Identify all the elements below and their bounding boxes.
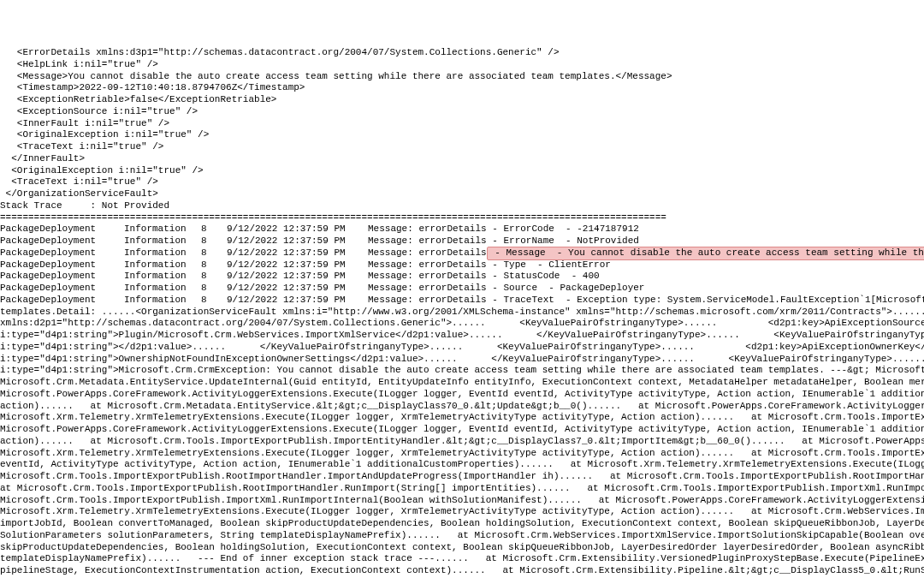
trace-line: Microsoft.PowerApps.CoreFramework.Activi… (0, 389, 924, 401)
log-line: PackageDeploymentInformation89/12/2022 1… (0, 235, 924, 247)
xml-line: <ErrorDetails xmlns:d3p1="http://schemas… (0, 47, 924, 59)
trace-line: i:type="d4p1:string">Plugin/Microsoft.Cr… (0, 330, 924, 342)
trace-line: Microsoft.Crm.Metadata.EntityService.Upd… (0, 377, 924, 389)
log-line: PackageDeploymentInformation89/12/2022 1… (0, 295, 924, 307)
xml-line: Stack Trace : Not Provided (0, 200, 924, 212)
xml-line: <TraceText i:nil="true" /> (0, 141, 924, 153)
xml-line: <Timestamp>2022-09-12T10:40:18.8794706Z<… (0, 82, 924, 94)
trace-line: templateDisplayNamePrefix)...... --- End… (0, 553, 924, 565)
xml-line: </OrganizationServiceFault> (0, 188, 924, 200)
xml-line: <HelpLink i:nil="true" /> (0, 59, 924, 71)
xml-line: <InnerFault i:nil="true" /> (0, 118, 924, 130)
trace-line: Microsoft.Crm.Tools.ImportExportPublish.… (0, 471, 924, 483)
trace-line: importJobId, Boolean convertToManaged, B… (0, 518, 924, 530)
trace-line: i:type="d4p1:string"></d2p1:value>......… (0, 342, 924, 354)
trace-line: Microsoft.PowerApps.CoreFramework.Activi… (0, 424, 924, 436)
trace-line: Microsoft.Crm.Tools.ImportExportPublish.… (0, 495, 924, 507)
trace-line: pipelineStage, ExecutionContextInstrumen… (0, 565, 924, 577)
trace-line: Microsoft.Xrm.Telemetry.XrmTelemetryExte… (0, 506, 924, 518)
trace-line: xmlns:d2p1="http://schemas.datacontract.… (0, 318, 924, 330)
trace-line: skipProductUpdateDependencies, Boolean h… (0, 542, 924, 554)
xml-line: <Message>You cannot disable the auto cre… (0, 71, 924, 83)
trace-line: Microsoft.Xrm.Telemetry.XrmTelemetryExte… (0, 412, 924, 424)
xml-line: <ExceptionSource i:nil="true" /> (0, 106, 924, 118)
xml-line: <ExceptionRetriable>false</ExceptionRetr… (0, 94, 924, 106)
trace-line: i:type="d4p1:string">Microsoft.Crm.CrmEx… (0, 365, 924, 377)
log-line: PackageDeploymentInformation89/12/2022 1… (0, 283, 924, 295)
error-highlight: - Message - You cannot disable the auto … (487, 247, 924, 260)
trace-line: at Microsoft.Crm.Tools.ImportExportPubli… (0, 483, 924, 495)
xml-line: <OriginalException i:nil="true" /> (0, 129, 924, 141)
xml-line: </InnerFault> (0, 153, 924, 165)
trace-line: templates.Detail: ......<OrganizationSer… (0, 307, 924, 319)
log-line: PackageDeploymentInformation89/12/2022 1… (0, 259, 924, 271)
trace-line: Microsoft.Xrm.Telemetry.XrmTelemetryExte… (0, 448, 924, 460)
trace-line: action)...... at Microsoft.Crm.Tools.Imp… (0, 436, 924, 448)
separator: ========================================… (0, 212, 924, 224)
trace-line: eventId, ActivityType activityType, Acti… (0, 459, 924, 471)
trace-line: i:type="d4p1:string">OwnershipNotFoundIn… (0, 354, 924, 366)
xml-line: <OriginalException i:nil="true" /> (0, 165, 924, 177)
trace-line: SolutionParameters solutionParameters, S… (0, 530, 924, 542)
xml-line: <TraceText i:nil="true" /> (0, 176, 924, 188)
log-line: PackageDeploymentInformation89/12/2022 1… (0, 271, 924, 283)
log-line: PackageDeploymentInformation89/12/2022 1… (0, 223, 924, 235)
log-line: PackageDeploymentInformation89/12/2022 1… (0, 247, 924, 259)
log-viewer: <ErrorDetails xmlns:d3p1="http://schemas… (0, 47, 924, 578)
trace-line: action)...... at Microsoft.Crm.Metadata.… (0, 401, 924, 413)
